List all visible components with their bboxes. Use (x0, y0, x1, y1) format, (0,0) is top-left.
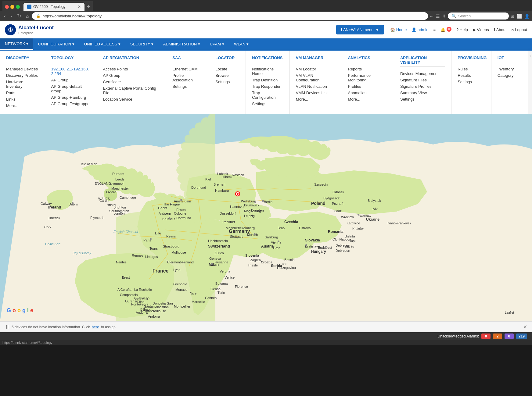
svg-text:Łódź: Łódź (334, 209, 342, 213)
new-tab-btn[interactable]: + (87, 4, 90, 10)
minimize-window-btn[interactable] (10, 5, 14, 9)
nav-wlan[interactable]: WLAN ▾ (229, 39, 253, 49)
forward-btn[interactable]: › (9, 13, 13, 20)
dropdown-item-managed-devices[interactable]: Managed Devices (6, 66, 39, 72)
dropdown-item-devices-management[interactable]: Devices Management (400, 70, 445, 77)
svg-text:Nantes: Nantes (116, 260, 127, 264)
dropdown-item-iot-category[interactable]: Category (498, 72, 522, 79)
close-notification-btn[interactable]: ✕ (523, 324, 527, 330)
dropdown-item-vmm-devices[interactable]: VMM Devices List (296, 90, 336, 96)
videos-nav-item[interactable]: ▶ Videos (473, 27, 489, 32)
back-btn[interactable]: ‹ (2, 13, 7, 20)
home-nav-item[interactable]: 🏠 Home (390, 27, 407, 32)
dropdown-item-vlan-notification[interactable]: VLAN Notification (296, 83, 336, 90)
dropdown-item-notifications-settings[interactable]: Settings (252, 101, 283, 107)
dropdown-item-locator-settings[interactable]: Settings (215, 79, 239, 85)
url-bar[interactable]: 🔒 https://omnivista.home/#/topology (32, 12, 428, 20)
assign-link[interactable]: here (92, 325, 99, 329)
dropdown-item-provisioning-settings[interactable]: Settings (458, 79, 485, 85)
dropdown-item-subnet[interactable]: 192.168.2.1-192.168.2.254 (51, 66, 91, 77)
nav-network[interactable]: NETWORK ▾ (0, 38, 33, 50)
dropdown-item-summary-view[interactable]: Summary View (400, 90, 445, 96)
download-icon[interactable]: ⬇ (442, 14, 446, 19)
dropdown-item-signature-profiles[interactable]: Signature Profiles (400, 83, 445, 90)
dropdown-item-saa-settings[interactable]: Settings (172, 83, 203, 90)
nav-security[interactable]: SECURITY ▾ (125, 39, 158, 49)
about-nav-item[interactable]: ℹ About (494, 27, 507, 32)
dropdown-item-links[interactable]: Links (6, 96, 39, 102)
header-nav: 🏠 Home 👤 admin ≡ 🔔 0 ? Help ▶ Videos ℹ A… (390, 27, 527, 32)
alarm-minor-badge[interactable]: 0 (505, 334, 514, 339)
menu-nav-item[interactable]: ≡ (433, 27, 436, 32)
dropdown-item-more-vm[interactable]: More... (296, 96, 336, 102)
dropdown-item-app-settings[interactable]: Settings (400, 96, 445, 102)
dropdown-item-profiles[interactable]: Profiles (348, 83, 388, 90)
nav-configuration[interactable]: CONFIGURATION ▾ (33, 39, 79, 49)
dropdown-item-ap-group-hamburg[interactable]: AP Group-Hamburg (51, 94, 91, 101)
dropdown-item-certificate[interactable]: Certificate (103, 79, 160, 85)
split-icon[interactable]: ⬜ (517, 14, 522, 19)
nav-upam[interactable]: UPAM ▾ (205, 39, 229, 49)
svg-text:Oxford: Oxford (106, 190, 116, 194)
dropdown-item-trap-configuration[interactable]: Trap Configuration (252, 90, 283, 101)
svg-point-155 (211, 263, 213, 265)
map-container[interactable]: Ireland Dublin Limerick Cork Galway WALE… (0, 114, 532, 321)
logout-nav-item[interactable]: ⎋ Logout (512, 27, 527, 32)
dropdown-item-ap-group-default[interactable]: AP Group-default group (51, 83, 91, 94)
dropdown-locator: LOCATOR Locate Browse Settings (209, 51, 246, 114)
svg-text:Ghent: Ghent (158, 206, 167, 210)
dropdown-item-locate[interactable]: Locate (215, 66, 239, 72)
nav-unified-access[interactable]: UNIFIED ACCESS ▾ (79, 39, 125, 49)
sidebar-icon[interactable]: ⊞ (511, 14, 514, 19)
alarm-major-badge[interactable]: 2 (493, 334, 502, 339)
dropdown-item-location-service[interactable]: Location Service (103, 96, 160, 102)
nav-administration[interactable]: ADMINISTRATION ▾ (158, 39, 205, 49)
notifications-nav-item[interactable]: 🔔 0 (440, 27, 451, 32)
dropdown-item-rules[interactable]: Rules (458, 66, 485, 72)
dropdown-item-ap-group-testgruppe[interactable]: AP Group-Testgruppe (51, 101, 91, 107)
help-nav-item[interactable]: ? Help (456, 27, 468, 32)
close-window-btn[interactable] (5, 5, 9, 9)
dropdown-item-vm-vlan-config[interactable]: VM VLAN Configuration (296, 72, 336, 83)
lan-wlan-button[interactable]: LAN+WLAN menu ▼ (336, 25, 384, 34)
dropdown-item-reports[interactable]: Reports (348, 66, 388, 72)
dropdown-item-anomalies[interactable]: Anomalies (348, 90, 388, 96)
reading-list-icon[interactable]: ☰ (436, 14, 440, 19)
dropdown-item-vm-locator[interactable]: VM Locator (296, 66, 336, 72)
home-btn[interactable]: ⌂ (24, 13, 31, 20)
svg-text:Reims: Reims (166, 234, 176, 238)
dropdown-topology: TOPOLOGY 192.168.2.1-192.168.2.254 AP Gr… (45, 51, 97, 114)
dropdown-item-discovery-profiles[interactable]: Discovery Profiles (6, 72, 39, 79)
dropdown-item-ap-group-reg[interactable]: AP Group (103, 72, 160, 79)
dropdown-item-hardware-inventory[interactable]: Hardware Inventory (6, 79, 39, 90)
dropdown-item-more-analytics[interactable]: More... (348, 96, 388, 102)
window-controls (5, 5, 20, 9)
bookmark-icon[interactable]: ··· (430, 14, 433, 19)
dropdown-item-performance-monitoring[interactable]: Performance Monitoring (348, 72, 388, 83)
dropdown-item-more-discovery[interactable]: More... (6, 102, 39, 109)
dropdown-item-ethernet-oam[interactable]: Ethernet OAM (172, 66, 203, 72)
dropdown-item-signature-files[interactable]: Signature Files (400, 77, 445, 83)
svg-text:Gijón: Gijón (137, 300, 145, 304)
profile-icon[interactable]: 👤 (524, 14, 530, 19)
dropdown-item-browse[interactable]: Browse (215, 72, 239, 79)
tab-close-btn[interactable]: ✕ (78, 5, 81, 9)
dropdown-item-notifications-home[interactable]: Notifications Home (252, 66, 283, 77)
dropdown-item-trap-responder[interactable]: Trap Responder (252, 83, 283, 90)
dropdown-item-ports[interactable]: Ports (6, 90, 39, 96)
maximize-window-btn[interactable] (16, 5, 20, 9)
reload-btn[interactable]: ↻ (16, 12, 23, 20)
svg-text:Budapest: Budapest (318, 246, 332, 249)
admin-nav-item[interactable]: 👤 admin (412, 27, 428, 32)
alarm-info-badge[interactable]: 219 (516, 334, 527, 339)
dropdown-item-results[interactable]: Results (458, 72, 485, 79)
dropdown-item-captive-portal[interactable]: External Captive Portal Config File (103, 85, 160, 96)
dropdown-item-iot-inventory[interactable]: Inventory (498, 66, 522, 72)
dropdown-item-access-points[interactable]: Access Points (103, 66, 160, 72)
svg-text:Mulhouse: Mulhouse (171, 251, 186, 254)
alarm-critical-badge[interactable]: 0 (481, 334, 491, 339)
dropdown-item-profile-association[interactable]: Profile Association (172, 72, 203, 83)
browser-search[interactable]: 🔍 Search (448, 12, 509, 20)
dropdown-item-ap-group[interactable]: AP Group (51, 77, 91, 83)
dropdown-item-trap-definition[interactable]: Trap Definition (252, 77, 283, 83)
